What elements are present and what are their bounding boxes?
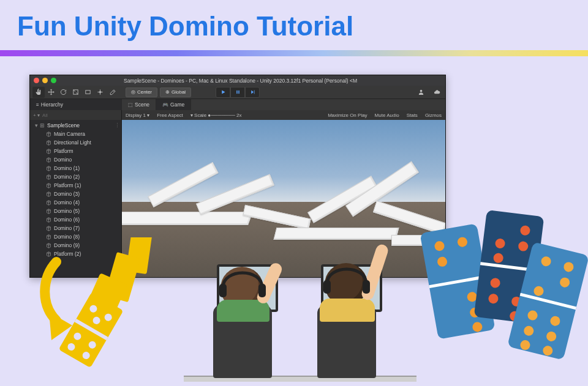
stats-toggle[interactable]: Stats: [407, 113, 418, 118]
rotate-tool-icon[interactable]: [57, 87, 69, 98]
hierarchy-item[interactable]: Domino (7): [31, 224, 120, 232]
window-titlebar: SampleScene - Dominoes - PC, Mac & Linux…: [30, 75, 445, 86]
scene-name: SampleScene: [47, 122, 80, 128]
unity-main-toolbar: ◎ Center ⊕ Global: [30, 86, 445, 99]
hierarchy-item-label: Main Camera: [54, 131, 85, 137]
panel-tabs: ≡Hierarchy ⬚Scene 🎮Game: [30, 99, 445, 110]
hierarchy-item[interactable]: Domino (5): [31, 207, 120, 215]
custom-tool-icon[interactable]: [106, 87, 118, 98]
yellow-domino-illustration: [38, 237, 185, 372]
svg-point-5: [420, 90, 422, 92]
tab-scene[interactable]: ⬚Scene: [122, 99, 156, 110]
play-controls: [216, 87, 260, 98]
gameobject-icon: [46, 200, 51, 206]
gameobject-icon: [46, 226, 51, 231]
scale-tool-icon[interactable]: [69, 87, 81, 98]
hierarchy-toolbar: + ▾ All: [30, 110, 121, 120]
scale-group: ▾ Scale ●─────── 2x: [190, 113, 242, 118]
hierarchy-item-label: Domino (2): [54, 174, 80, 180]
hand-tool-icon[interactable]: [32, 87, 45, 98]
hierarchy-item-label: Domino (6): [54, 217, 80, 223]
hierarchy-item[interactable]: Main Camera: [31, 130, 120, 138]
move-tool-icon[interactable]: [45, 87, 57, 98]
pivot-mode-button[interactable]: ◎ Center: [126, 87, 157, 97]
svg-rect-20: [323, 280, 331, 294]
gameobject-icon: [46, 191, 51, 197]
play-button[interactable]: [216, 87, 230, 98]
gameobject-icon: [46, 132, 51, 137]
minimize-icon[interactable]: [42, 78, 48, 83]
platform-block: [122, 212, 253, 225]
hierarchy-item-label: Domino (4): [54, 199, 80, 206]
game-view-toolbar: Display 1 ▾ Free Aspect ▾ Scale ●───────…: [122, 110, 445, 120]
gameobject-icon: [46, 209, 51, 214]
pause-button[interactable]: [230, 87, 245, 98]
svg-rect-4: [238, 91, 239, 94]
scene-icon: ⬚: [128, 102, 133, 108]
hierarchy-icon: ≡: [36, 102, 39, 108]
hierarchy-item[interactable]: Directional Light: [31, 138, 120, 147]
hierarchy-item[interactable]: Domino (4): [31, 198, 120, 207]
handle-label: Global: [172, 89, 186, 95]
close-icon[interactable]: [34, 78, 39, 83]
hierarchy-item[interactable]: Platform: [31, 147, 120, 155]
hierarchy-item-label: Domino (7): [54, 225, 80, 231]
window-title: SampleScene - Dominoes - PC, Mac & Linux…: [124, 78, 357, 84]
gameobject-icon: [46, 157, 51, 163]
tab-game-label: Game: [170, 102, 184, 108]
scene-row[interactable]: ▾ ⊞ SampleScene ⋮: [31, 121, 120, 130]
account-icon[interactable]: [415, 87, 427, 98]
kid-right-shirt: [320, 299, 375, 322]
gizmos-toggle[interactable]: Gizmos: [425, 113, 442, 118]
scene-asset-icon: ⊞: [40, 122, 45, 128]
cloud-icon[interactable]: [431, 87, 443, 98]
game-icon: 🎮: [162, 102, 168, 108]
expand-icon[interactable]: ▾: [35, 122, 38, 128]
gameobject-icon: [46, 217, 51, 223]
kids-illustration: [184, 226, 417, 385]
hierarchy-item-label: Platform: [54, 148, 74, 154]
headphones-icon: [218, 263, 267, 301]
maximize-on-play-toggle[interactable]: Maximize On Play: [328, 113, 367, 118]
blue-domino-illustration: [429, 213, 588, 378]
hierarchy-item-label: Domino (1): [54, 165, 80, 171]
gameobject-icon: [46, 166, 51, 171]
tab-hierarchy[interactable]: ≡Hierarchy: [30, 99, 122, 110]
hierarchy-search[interactable]: All: [42, 113, 118, 118]
svg-rect-3: [236, 91, 238, 94]
svg-rect-18: [219, 284, 227, 297]
scene-menu-icon[interactable]: ⋮: [115, 122, 120, 128]
aspect-dropdown[interactable]: Free Aspect: [157, 113, 183, 118]
hierarchy-item[interactable]: Platform (1): [31, 181, 120, 190]
title-underline: [0, 50, 588, 56]
pivot-label: Center: [137, 89, 152, 95]
domino-half-top: [420, 223, 485, 285]
gameobject-icon: [46, 140, 51, 146]
gameobject-icon: [46, 174, 51, 180]
hierarchy-item-label: Domino (5): [54, 208, 80, 214]
tab-hierarchy-label: Hierarchy: [41, 102, 63, 108]
maximize-icon[interactable]: [51, 78, 56, 83]
hierarchy-item-label: Platform (1): [54, 182, 81, 188]
step-button[interactable]: [245, 87, 260, 98]
gameobject-icon: [46, 149, 51, 154]
mute-audio-toggle[interactable]: Mute Audio: [375, 113, 399, 118]
rect-tool-icon[interactable]: [81, 87, 94, 98]
display-dropdown[interactable]: Display 1 ▾: [126, 113, 149, 118]
hierarchy-item[interactable]: Domino (1): [31, 164, 120, 173]
hierarchy-item[interactable]: Domino (3): [31, 190, 120, 198]
handle-rotation-button[interactable]: ⊕ Global: [160, 87, 191, 97]
hierarchy-item-label: Directional Light: [54, 139, 91, 146]
create-dropdown-icon[interactable]: + ▾: [33, 113, 40, 118]
transform-tool-icon[interactable]: [94, 87, 106, 98]
tab-scene-label: Scene: [135, 102, 149, 108]
hierarchy-item-label: Domino (3): [54, 191, 80, 197]
tab-game[interactable]: 🎮Game: [156, 99, 191, 110]
hierarchy-item[interactable]: Domino (6): [31, 215, 120, 224]
svg-rect-19: [258, 284, 266, 297]
hierarchy-item[interactable]: Domino (2): [31, 173, 120, 181]
svg-rect-21: [363, 280, 370, 294]
hierarchy-item[interactable]: Domino: [31, 155, 120, 164]
gameobject-icon: [46, 183, 51, 188]
headphones-icon: [322, 259, 371, 297]
